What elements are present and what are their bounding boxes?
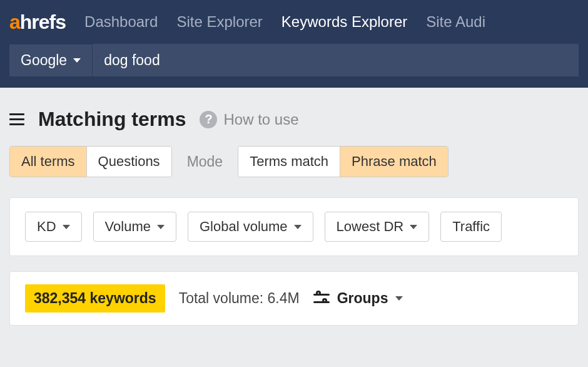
chevron-down-icon (157, 225, 165, 229)
filter-label: Volume (105, 219, 151, 235)
mode-label: Mode (187, 153, 223, 170)
filter-lowest-dr[interactable]: Lowest DR (325, 212, 430, 242)
tab-all-terms[interactable]: All terms (10, 147, 86, 177)
search-engine-label: Google (21, 52, 67, 69)
chevron-down-icon (410, 225, 417, 229)
tab-phrase-match[interactable]: Phrase match (340, 147, 448, 177)
logo[interactable]: ahrefs (9, 11, 66, 34)
tab-questions[interactable]: Questions (86, 147, 171, 177)
tab-terms-match[interactable]: Terms match (238, 147, 340, 177)
menu-icon[interactable] (9, 113, 24, 125)
filter-label: Traffic (452, 219, 490, 235)
nav-item-site-explorer[interactable]: Site Explorer (176, 13, 262, 31)
nav-item-site-audit[interactable]: Site Audi (426, 13, 485, 31)
mode-tab-group: Terms match Phrase match (238, 146, 449, 177)
logo-prefix: a (9, 11, 20, 33)
filter-label: KD (37, 219, 56, 235)
summary-panel: 382,354 keywords Total volume: 6.4M Grou… (9, 271, 579, 326)
nav-item-keywords-explorer[interactable]: Keywords Explorer (281, 13, 407, 31)
search-bar: Google (0, 44, 588, 88)
total-volume-label: Total volume: 6.4M (179, 290, 300, 307)
page-header: Matching terms ? How to use (0, 88, 588, 146)
help-label: How to use (223, 111, 298, 128)
filters-panel: KD Volume Global volume Lowest DR Traffi… (9, 197, 579, 256)
nav-item-dashboard[interactable]: Dashboard (84, 13, 158, 31)
page-title: Matching terms (38, 108, 186, 131)
filter-label: Global volume (200, 219, 288, 235)
type-tab-group: All terms Questions (9, 146, 172, 177)
help-link[interactable]: ? How to use (200, 111, 298, 128)
chevron-down-icon (294, 225, 302, 229)
chevron-down-icon (73, 58, 81, 63)
chevron-down-icon (63, 225, 70, 229)
filter-kd[interactable]: KD (25, 212, 82, 242)
filter-volume[interactable]: Volume (93, 212, 176, 242)
groups-control[interactable]: Groups (313, 290, 403, 307)
top-nav: ahrefs Dashboard Site Explorer Keywords … (0, 0, 588, 44)
logo-rest: hrefs (20, 11, 66, 33)
keyword-count-badge: 382,354 keywords (25, 284, 165, 313)
search-input[interactable] (93, 44, 579, 76)
sliders-icon (313, 292, 330, 305)
groups-label: Groups (337, 290, 388, 307)
filter-global-volume[interactable]: Global volume (188, 212, 313, 242)
search-engine-selector[interactable]: Google (9, 44, 93, 76)
filter-traffic[interactable]: Traffic (440, 212, 502, 242)
tabs-row: All terms Questions Mode Terms match Phr… (0, 146, 588, 177)
filter-label: Lowest DR (337, 219, 404, 235)
chevron-down-icon (395, 296, 403, 301)
help-icon: ? (200, 111, 217, 128)
